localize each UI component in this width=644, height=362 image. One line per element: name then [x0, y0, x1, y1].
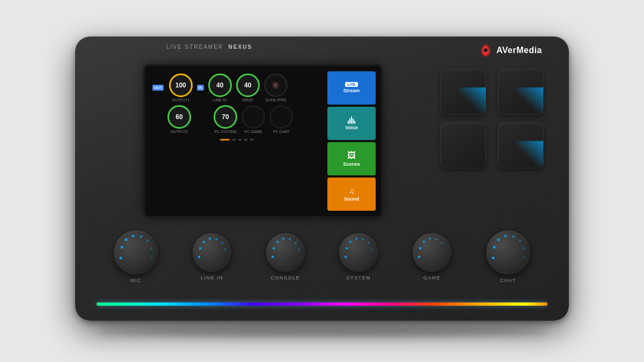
knob-circle-xlr: 🔇: [264, 73, 288, 97]
screen-btn-live-stream[interactable]: LIVE Stream: [327, 71, 376, 105]
svg-point-32: [429, 237, 431, 239]
physical-knob-mic[interactable]: [114, 231, 158, 275]
output2-label: OUTPUT2: [171, 130, 188, 134]
pcgame-label: PC-GAME: [245, 130, 262, 134]
svg-point-42: [523, 255, 525, 258]
screen-knob-pcchat[interactable]: PC-CHAT: [269, 105, 293, 134]
screen-right-buttons: LIVE Stream Voice: [327, 71, 376, 211]
screen-knobs-area: OUT 100 OUTPUT1 IN: [150, 71, 323, 211]
screen-container: OUT 100 OUTPUT1 IN: [145, 66, 381, 216]
knob-dots-linein: [193, 233, 231, 272]
pcsystem-label: PC-SYSTEM: [215, 130, 237, 134]
knob-label-mic: MIC: [130, 278, 142, 283]
screen-btn-scenes[interactable]: 🖼 Scenes: [327, 142, 376, 175]
pcsystem-value: 70: [222, 114, 229, 120]
in-label: IN: [197, 85, 204, 91]
scenes-label: Scenes: [343, 161, 360, 167]
sound-label: Sound: [344, 196, 359, 202]
physical-knob-console[interactable]: [266, 233, 305, 272]
knob-circle-output1: 100: [169, 73, 193, 97]
screen-knob-xlr[interactable]: 🔇 XLR/6.3TRS: [264, 73, 288, 102]
svg-point-26: [362, 238, 364, 240]
pcchat-label: PC-CHAT: [273, 130, 290, 134]
avermedia-logo-icon: [478, 43, 493, 58]
screen-knob-pcsystem[interactable]: 70 PC-SYSTEM: [214, 105, 237, 134]
svg-point-22: [345, 255, 347, 257]
svg-point-9: [199, 247, 201, 249]
physical-knob-game[interactable]: [413, 233, 451, 272]
svg-point-27: [368, 241, 370, 243]
knob-unit-game: GAME: [413, 233, 451, 280]
brand-area: AVerMedia: [478, 43, 542, 58]
svg-point-11: [209, 237, 211, 239]
svg-point-29: [418, 255, 420, 257]
spdif-value: 40: [244, 82, 251, 88]
svg-point-3: [132, 234, 135, 237]
knob-dots-console: [266, 233, 305, 272]
pad-button-2[interactable]: [497, 69, 544, 115]
device-body: LIVE STREAMER NEXUS AVerMedia: [75, 36, 569, 321]
knob-label-console: CONSOLE: [270, 275, 300, 280]
dot-1: [220, 139, 230, 141]
pad-button-1[interactable]: [440, 69, 486, 115]
knob-label-linein: LINE IN: [201, 275, 223, 280]
svg-point-19: [288, 238, 290, 240]
svg-point-20: [294, 241, 296, 243]
svg-point-17: [276, 240, 278, 242]
svg-point-18: [282, 237, 284, 239]
svg-point-33: [435, 238, 437, 240]
knob-unit-linein: LINE IN: [193, 233, 231, 280]
knob-label-system: SYSTEM: [346, 275, 371, 280]
output1-value: 100: [175, 82, 186, 88]
knobs-bottom-row: MIC: [97, 231, 547, 283]
svg-point-4: [140, 235, 143, 238]
product-line-label: LIVE STREAMER: [166, 44, 223, 50]
live-badge: LIVE: [345, 82, 358, 87]
linein-value: 40: [216, 82, 223, 88]
device-shadow: [97, 326, 547, 337]
svg-point-15: [271, 255, 273, 257]
svg-point-25: [355, 237, 357, 239]
physical-knob-chat[interactable]: [486, 231, 530, 275]
svg-point-2: [125, 238, 128, 241]
screen-knob-linein[interactable]: 40 LINE IN: [208, 73, 232, 102]
product-name-area: LIVE STREAMER NEXUS: [166, 44, 252, 50]
screen-inner: OUT 100 OUTPUT1 IN: [145, 66, 381, 216]
scenes-icon: 🖼: [347, 151, 356, 160]
physical-knob-system[interactable]: [339, 233, 378, 272]
screen-knob-pcgame[interactable]: PC-GAME: [241, 105, 265, 134]
stream-label: Stream: [343, 88, 360, 93]
pads-area: [440, 69, 547, 168]
rgb-led-strip: [97, 302, 547, 306]
svg-point-41: [522, 247, 525, 249]
physical-knob-linein[interactable]: [193, 233, 231, 272]
knob-dots-mic: [114, 231, 158, 275]
pad-button-4[interactable]: [497, 122, 544, 168]
svg-point-23: [346, 247, 348, 249]
svg-point-8: [198, 255, 200, 257]
screen-knob-output2[interactable]: 60 OUTPUT2: [167, 105, 191, 134]
screen-knob-spdif[interactable]: 40 SPDIF: [236, 73, 260, 102]
output2-value: 60: [175, 114, 182, 120]
knob-dots-game: [413, 233, 451, 272]
screen-row-out: OUT 100 OUTPUT1 IN: [152, 73, 321, 102]
screen-btn-sound[interactable]: ♫ Sound: [327, 178, 376, 211]
screen-knob-output1[interactable]: 100 OUTPUT1: [169, 73, 193, 102]
brand-name-label: AVerMedia: [496, 46, 542, 55]
dot-4: [244, 139, 247, 141]
dot-2: [232, 139, 236, 141]
xlr-label: XLR/6.3TRS: [265, 98, 286, 102]
svg-point-1: [121, 246, 123, 248]
svg-point-28: [371, 248, 373, 250]
svg-point-31: [423, 240, 425, 242]
pad-button-3[interactable]: [440, 122, 486, 168]
screen-row-out2: 60 OUTPUT2 70 PC-SYSTEM: [152, 105, 321, 134]
svg-point-5: [147, 239, 149, 242]
svg-point-37: [497, 238, 500, 241]
dot-3: [238, 139, 241, 141]
svg-point-12: [215, 238, 217, 240]
knob-label-chat: CHAT: [500, 278, 516, 283]
svg-point-10: [203, 240, 205, 242]
voice-label: Voice: [345, 125, 357, 130]
screen-btn-voice[interactable]: Voice: [327, 107, 376, 140]
